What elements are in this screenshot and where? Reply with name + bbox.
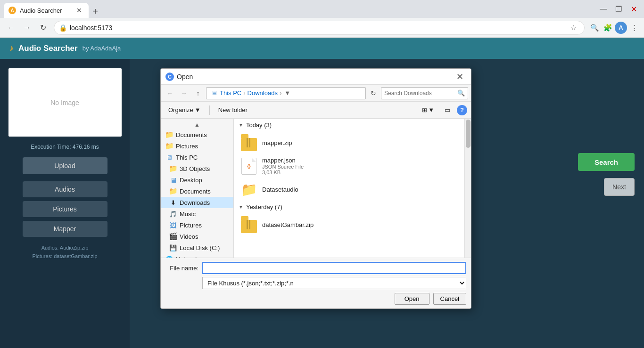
search-button[interactable]: Search <box>578 153 635 171</box>
dialog-toolbar: ← → ↑ 🖥 This PC › Downloads › ▼ ↻ 🔍 <box>161 85 471 102</box>
no-image-text: No Image <box>50 99 79 106</box>
mapper-button[interactable]: Mapper <box>23 221 107 237</box>
file-item-mapper-zip[interactable]: mapper.zip <box>234 131 471 154</box>
dialog-cancel-button[interactable]: Cancel <box>433 293 466 305</box>
audio-folder-icon: 📁 <box>241 182 257 197</box>
file-name-mapper-zip: mapper.zip <box>262 139 464 146</box>
nav-item-label: Pictures <box>176 143 198 150</box>
dialog-forward-button[interactable]: → <box>178 87 190 99</box>
network-icon: 🌐 <box>165 255 173 258</box>
file-type-select[interactable]: File Khusus (*.json;*.txt;*.zip;*.n <box>202 277 466 289</box>
file-area-scrollbar[interactable] <box>464 119 471 258</box>
dialog-open-button[interactable]: Open <box>395 293 429 305</box>
file-group-yesterday[interactable]: ▼ Yesterday (7) <box>234 201 471 213</box>
pane-button[interactable]: ▭ <box>441 105 454 115</box>
dialog-body: ▲ 📁 Documents 📁 Pictures 🖥 This PC <box>161 119 471 258</box>
nav-item-label: Videos <box>180 233 198 240</box>
help-button[interactable]: ? <box>457 105 467 115</box>
app-title: Audio Searcher <box>18 44 78 53</box>
scroll-thumb <box>466 120 471 148</box>
nav-item-desktop[interactable]: 🖥 Desktop <box>161 174 233 186</box>
execution-time-label: Execution Time: 476.16 ms <box>31 144 99 150</box>
path-root[interactable]: This PC <box>220 89 241 97</box>
nav-item-pictures[interactable]: 🖼 Pictures <box>161 219 233 231</box>
zip-icon <box>241 134 257 151</box>
new-folder-button[interactable]: New folder <box>215 105 251 115</box>
file-thumb-datasetgambar-zip <box>240 216 257 233</box>
file-item-mapper-json[interactable]: {} mapper.json JSON Source File 3,03 KB <box>234 154 471 178</box>
dialog-file-area: ▼ Today (3) <box>234 119 471 258</box>
audios-info: Audios: AudioZip.zip <box>32 244 97 252</box>
audios-button[interactable]: Audios <box>23 181 107 197</box>
new-tab-button[interactable]: + <box>89 5 102 18</box>
search-browser-icon[interactable]: 🔍 <box>588 22 601 34</box>
dialog-refresh-button[interactable]: ↻ <box>368 88 379 99</box>
nav-item-label: Local Disk (C:) <box>180 244 220 251</box>
forward-button[interactable]: → <box>20 21 34 35</box>
nav-item-label: Music <box>180 210 196 218</box>
nav-item-downloads[interactable]: ⬇ Downloads <box>161 197 233 208</box>
nav-item-this-pc[interactable]: 🖥 This PC <box>161 152 233 163</box>
address-bar-row: ← → ↻ 🔒 ☆ 🔍 🧩 A ⋮ <box>0 18 644 38</box>
nav-item-documents[interactable]: 📁 Documents <box>161 186 233 197</box>
nav-item-documents-quick[interactable]: 📁 Documents <box>161 129 233 140</box>
path-folder[interactable]: Downloads <box>248 89 278 97</box>
organize-button[interactable]: Organize ▼ <box>165 105 205 115</box>
file-type-mapper-json: JSON Source File <box>262 164 464 170</box>
view-button[interactable]: ⊞ ▼ <box>418 105 438 115</box>
browser-right-icons: 🔍 🧩 A ⋮ <box>588 22 640 34</box>
nav-item-3d-objects[interactable]: 📁 3D Objects <box>161 163 233 174</box>
nav-item-label: Documents <box>180 188 211 195</box>
upload-button[interactable]: Upload <box>23 157 107 174</box>
sidebar-nav-buttons: Audios Pictures Mapper <box>23 181 107 237</box>
path-dropdown-arrow[interactable]: ▼ <box>284 89 290 97</box>
address-input[interactable] <box>70 24 564 32</box>
zip-icon-2 <box>241 216 257 233</box>
music-icon: 🎵 <box>169 210 177 218</box>
view-dropdown-icon: ▼ <box>428 106 434 113</box>
dialog-up-button[interactable]: ↑ <box>192 87 204 99</box>
nav-item-pictures-quick[interactable]: 📁 Pictures <box>161 140 233 152</box>
file-size-mapper-json: 3,03 KB <box>262 170 464 175</box>
tab-close-button[interactable]: ✕ <box>74 6 84 15</box>
nav-item-music[interactable]: 🎵 Music <box>161 208 233 219</box>
pictures-button[interactable]: Pictures <box>23 201 107 217</box>
address-right-icons: ☆ <box>567 22 579 34</box>
nav-item-network[interactable]: 🌐 Network <box>161 253 233 258</box>
pc-icon: 🖥 <box>165 154 173 161</box>
folder-icon: 📁 <box>165 142 173 150</box>
file-type-row: File Khusus (*.json;*.txt;*.zip;*.n <box>165 277 466 289</box>
file-name-input[interactable] <box>202 262 466 274</box>
maximize-button[interactable]: ❐ <box>612 2 625 16</box>
file-item-datasetgambar-zip[interactable]: datasetGambar.zip <box>234 213 471 236</box>
tab-favicon: A <box>8 7 16 14</box>
back-button[interactable]: ← <box>4 21 18 35</box>
file-group-today[interactable]: ▼ Today (3) <box>234 119 471 131</box>
app-header: ♪ Audio Searcher by AdaAdaAja <box>0 38 644 59</box>
file-item-datasetaudio[interactable]: 📁 Datasetaudio <box>234 178 471 201</box>
nav-item-local-disk[interactable]: 💾 Local Disk (C:) <box>161 242 233 253</box>
main-content: No Image Execution Time: 476.16 ms Uploa… <box>0 59 644 348</box>
group-label-yesterday: Yesterday (7) <box>246 203 282 210</box>
lock-icon: 🔒 <box>59 24 67 32</box>
nav-scroll-up-button[interactable]: ▲ <box>161 121 233 129</box>
dialog-close-button[interactable]: ✕ <box>453 70 466 83</box>
view-icon: ⊞ <box>422 106 427 113</box>
dialog-back-button[interactable]: ← <box>164 87 176 99</box>
file-thumb-datasetaudio: 📁 <box>240 181 257 198</box>
json-icon: {} <box>241 158 256 175</box>
menu-icon[interactable]: ⋮ <box>628 22 640 34</box>
extensions-icon[interactable]: 🧩 <box>602 22 614 34</box>
next-button[interactable]: Next <box>604 178 635 196</box>
refresh-button[interactable]: ↻ <box>36 21 50 35</box>
dialog-search-input[interactable] <box>384 90 455 97</box>
disk-icon: 💾 <box>169 244 177 251</box>
window-controls: — ❐ ✕ <box>597 2 640 16</box>
minimize-button[interactable]: — <box>597 2 610 16</box>
folder-icon: 📁 <box>169 187 177 195</box>
dialog-buttons-row: Open Cancel <box>165 293 466 305</box>
nav-item-videos[interactable]: 🎬 Videos <box>161 231 233 242</box>
file-name-label: File name: <box>165 265 198 272</box>
bookmark-icon[interactable]: ☆ <box>567 22 579 34</box>
window-close-button[interactable]: ✕ <box>627 2 640 16</box>
